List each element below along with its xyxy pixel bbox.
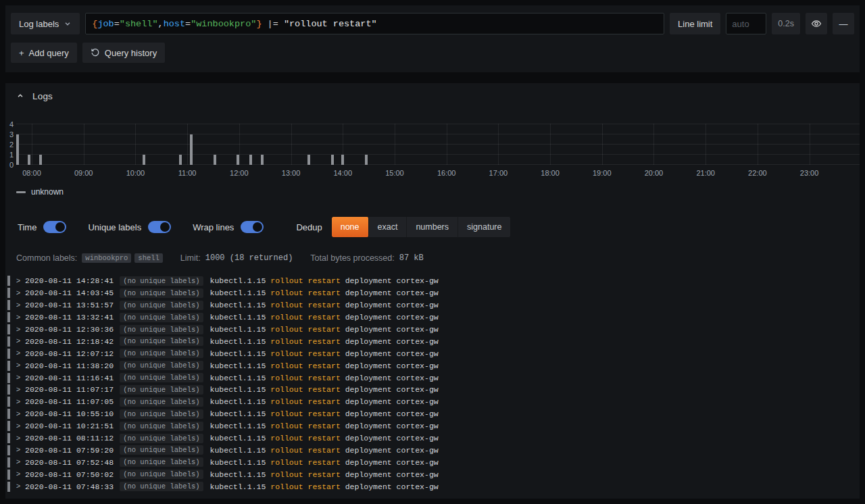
log-msg-post: deployment cortex-gw — [341, 434, 439, 443]
log-msg-post: deployment cortex-gw — [341, 337, 439, 346]
log-row[interactable]: > 2020-08-11 12:30:36 (no unique labels)… — [7, 324, 849, 336]
line-limit-input[interactable] — [726, 13, 766, 34]
log-msg-match: rollout restart — [270, 276, 341, 285]
common-label-badge: winbookpro — [82, 253, 131, 263]
hide-response-button[interactable] — [806, 13, 827, 34]
log-row[interactable]: > 2020-08-11 10:21:51 (no unique labels)… — [7, 420, 849, 432]
log-msg-pre: kubectl.1.15 — [210, 409, 271, 418]
log-msg-pre: kubectl.1.15 — [210, 385, 271, 394]
expand-row-chevron-icon[interactable]: > — [14, 410, 22, 418]
toggle-wrap-lines-switch[interactable] — [241, 221, 264, 233]
histogram-bar — [190, 134, 193, 165]
expand-row-chevron-icon[interactable]: > — [14, 422, 22, 430]
log-message: kubectl.1.15 rollout restart deployment … — [210, 434, 439, 443]
log-message: kubectl.1.15 rollout restart deployment … — [210, 276, 439, 285]
logs-meta-row: Common labels: winbookproshell Limit: 10… — [16, 252, 849, 264]
expand-row-chevron-icon[interactable]: > — [14, 349, 22, 357]
expand-row-chevron-icon[interactable]: > — [14, 289, 22, 297]
chevron-up-icon — [16, 92, 24, 100]
log-labels-badge: (no unique labels) — [120, 349, 203, 358]
log-labels-badge: (no unique labels) — [120, 361, 203, 370]
expand-row-chevron-icon[interactable]: > — [14, 482, 22, 490]
x-gridline — [32, 124, 32, 165]
expand-row-chevron-icon[interactable]: > — [14, 470, 22, 478]
x-axis-tick-label: 21:00 — [696, 169, 715, 177]
y-gridline — [16, 124, 860, 124]
x-gridline — [187, 124, 188, 165]
log-row[interactable]: > 2020-08-11 13:51:57 (no unique labels)… — [7, 299, 849, 311]
history-icon — [91, 48, 100, 57]
expand-row-chevron-icon[interactable]: > — [14, 398, 22, 406]
log-row[interactable]: > 2020-08-11 12:18:42 (no unique labels)… — [7, 335, 849, 347]
x-axis-tick-label: 17:00 — [489, 169, 508, 177]
log-message: kubectl.1.15 rollout restart deployment … — [210, 422, 439, 430]
expand-row-chevron-icon[interactable]: > — [14, 337, 22, 345]
log-rows: > 2020-08-11 14:28:41 (no unique labels)… — [7, 275, 849, 493]
expand-row-chevron-icon[interactable]: > — [14, 446, 22, 454]
log-msg-post: deployment cortex-gw — [341, 470, 439, 479]
log-msg-pre: kubectl.1.15 — [210, 434, 271, 443]
log-msg-pre: kubectl.1.15 — [210, 470, 271, 479]
chart-plot[interactable]: 0123408:0009:0010:0011:0012:0013:0014:00… — [16, 124, 860, 165]
dedup-option-exact[interactable]: exact — [368, 217, 407, 237]
limit-label: Limit: — [180, 253, 201, 263]
logs-panel-header[interactable]: Logs — [16, 90, 849, 102]
log-row[interactable]: > 2020-08-11 12:07:12 (no unique labels)… — [7, 347, 849, 359]
log-row[interactable]: > 2020-08-11 08:11:12 (no unique labels)… — [7, 432, 849, 445]
log-row[interactable]: > 2020-08-11 07:59:20 (no unique labels)… — [7, 444, 849, 456]
expand-row-chevron-icon[interactable]: > — [14, 326, 22, 334]
expand-row-chevron-icon[interactable]: > — [14, 374, 22, 382]
log-msg-match: rollout restart — [270, 313, 341, 322]
log-row[interactable]: > 2020-08-11 07:50:02 (no unique labels)… — [7, 468, 849, 480]
elapsed-time-badge: 0.2s — [772, 13, 800, 34]
add-query-button[interactable]: + Add query — [11, 43, 77, 63]
toggle-unique-labels-switch[interactable] — [148, 221, 171, 233]
log-msg-pre: kubectl.1.15 — [210, 397, 271, 406]
log-row[interactable]: > 2020-08-11 11:38:20 (no unique labels)… — [7, 359, 849, 372]
log-row[interactable]: > 2020-08-11 13:32:41 (no unique labels)… — [7, 311, 849, 324]
log-row[interactable]: > 2020-08-11 07:52:48 (no unique labels)… — [7, 456, 849, 468]
toggle-time-label: Time — [18, 222, 36, 232]
log-row[interactable]: > 2020-08-11 11:07:05 (no unique labels)… — [7, 396, 849, 408]
log-row[interactable]: > 2020-08-11 14:28:41 (no unique labels)… — [7, 275, 849, 287]
log-msg-pre: kubectl.1.15 — [210, 422, 271, 430]
expand-row-chevron-icon[interactable]: > — [14, 361, 22, 370]
log-msg-post: deployment cortex-gw — [341, 446, 439, 455]
expand-row-chevron-icon[interactable]: > — [14, 434, 22, 443]
x-axis-tick-label: 10:00 — [126, 169, 145, 177]
query-history-button[interactable]: Query history — [82, 43, 165, 63]
log-row[interactable]: > 2020-08-11 07:48:33 (no unique labels)… — [7, 480, 849, 493]
query-token: } — [256, 19, 262, 29]
remove-query-button[interactable]: — — [833, 13, 854, 34]
line-limit-button[interactable]: Line limit — [670, 13, 720, 34]
y-axis-tick-label: 2 — [3, 141, 14, 149]
histogram-bar — [331, 155, 334, 165]
dedup-option-signature[interactable]: signature — [458, 217, 510, 237]
log-msg-pre: kubectl.1.15 — [210, 482, 271, 491]
log-time: 2020-08-11 12:30:36 — [25, 325, 114, 334]
expand-row-chevron-icon[interactable]: > — [14, 277, 22, 285]
log-row[interactable]: > 2020-08-11 10:55:10 (no unique labels)… — [7, 408, 849, 420]
log-row[interactable]: > 2020-08-11 11:07:17 (no unique labels)… — [7, 384, 849, 396]
dedup-group: noneexactnumberssignature — [332, 217, 511, 237]
expand-row-chevron-icon[interactable]: > — [14, 386, 22, 394]
expand-row-chevron-icon[interactable]: > — [14, 301, 22, 309]
log-labels-badge: (no unique labels) — [120, 373, 203, 382]
dedup-option-none[interactable]: none — [332, 217, 368, 237]
expand-row-chevron-icon[interactable]: > — [14, 313, 22, 322]
log-row[interactable]: > 2020-08-11 11:16:41 (no unique labels)… — [7, 372, 849, 384]
log-msg-post: deployment cortex-gw — [341, 385, 439, 394]
query-input[interactable]: {job="shell",host="winbookpro"} |= "roll… — [85, 13, 664, 34]
log-labels-dropdown[interactable]: Log labels — [11, 13, 80, 34]
log-msg-post: deployment cortex-gw — [341, 458, 439, 467]
dedup-option-numbers[interactable]: numbers — [406, 217, 458, 237]
x-gridline — [550, 124, 551, 165]
log-message: kubectl.1.15 rollout restart deployment … — [210, 361, 439, 370]
log-row[interactable]: > 2020-08-11 14:03:45 (no unique labels)… — [7, 287, 849, 299]
toggle-time-switch[interactable] — [43, 221, 66, 233]
legend-item-unknown[interactable]: unknown — [16, 187, 849, 197]
log-level-bar — [7, 349, 10, 359]
toggle-wrap-lines-label: Wrap lines — [193, 222, 234, 232]
expand-row-chevron-icon[interactable]: > — [14, 458, 22, 466]
log-time: 2020-08-11 10:55:10 — [25, 409, 114, 418]
